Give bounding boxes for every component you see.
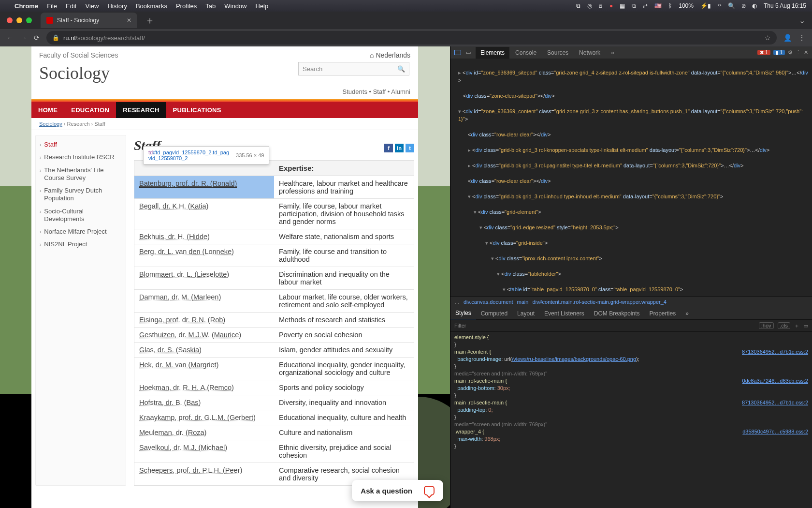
tab-sources[interactable]: Sources	[542, 47, 573, 59]
filter-input[interactable]: Filter	[454, 323, 466, 329]
tab-overflow-icon[interactable]: ⌄	[799, 16, 812, 25]
crumb-seg[interactable]: div.canvas.document	[464, 299, 513, 305]
close-tab-icon[interactable]: ✕	[127, 17, 131, 24]
sidebar-item[interactable]: ›Family Survey Dutch Population	[36, 184, 126, 205]
sidebar-item[interactable]: ›Research Institute RSCR	[36, 151, 126, 164]
app-name[interactable]: Chrome	[14, 2, 38, 10]
back-button[interactable]: ←	[7, 34, 14, 42]
siri-icon[interactable]: ◐	[752, 2, 757, 9]
link-staff[interactable]: Staff	[373, 88, 386, 95]
stab-dombp[interactable]: DOM Breakpoints	[589, 308, 645, 319]
stab-props[interactable]: Properties	[645, 308, 681, 319]
zoom-window-button[interactable]	[26, 17, 32, 23]
minimize-window-button[interactable]	[16, 17, 22, 23]
sidebar-item[interactable]: ›Norface Mifare Project	[36, 225, 126, 238]
staff-name-cell[interactable]: Berg, dr. L. van den (Lonneke)	[134, 244, 275, 267]
issue-badge[interactable]: ▮ 1	[773, 50, 785, 55]
close-devtools-icon[interactable]: ✕	[804, 49, 808, 56]
staff-name-cell[interactable]: Scheepers, prof. dr. P.L.H. (Peer)	[134, 463, 275, 486]
grid-icon[interactable]: ▦	[620, 2, 625, 9]
crumb-seg[interactable]: main	[517, 299, 529, 305]
flag-icon[interactable]: 🇺🇸	[654, 2, 662, 9]
close-window-button[interactable]	[7, 17, 13, 23]
nav-publications[interactable]: PUBLICATIONS	[166, 102, 228, 118]
site-search[interactable]: Search 🔍	[298, 62, 409, 75]
link-alumni[interactable]: Alumni	[391, 88, 410, 95]
staff-name-cell[interactable]: Kraaykamp, prof. dr. G.L.M. (Gerbert)	[134, 410, 275, 425]
menu-tab[interactable]: Tab	[205, 2, 216, 10]
control-center-icon[interactable]: ⎚	[742, 2, 745, 9]
crumb-research[interactable]: Research	[67, 121, 89, 127]
sync-icon[interactable]: ⇄	[643, 2, 648, 9]
star-icon[interactable]: ☆	[765, 34, 771, 42]
window-icon[interactable]: ⧉	[632, 2, 636, 9]
lock-icon[interactable]: 🔒	[52, 34, 59, 41]
new-tab-button[interactable]: ＋	[141, 14, 159, 27]
settings-icon[interactable]: ⚙	[788, 49, 793, 56]
profile-icon[interactable]: 👤	[783, 34, 792, 42]
staff-name-cell[interactable]: Eisinga, prof. dr. R.N. (Rob)	[134, 313, 275, 328]
dom-breadcrumb[interactable]: … div.canvas.document main div#content.m…	[450, 296, 812, 307]
menu-file[interactable]: File	[47, 2, 57, 10]
kebab-menu-icon[interactable]: ⋮	[798, 34, 805, 42]
sidebar-item[interactable]: ›NIS2NL Project	[36, 238, 126, 251]
dom-tree[interactable]: ▸ <div id="zone_936369_sitepad" class="g…	[450, 59, 812, 296]
staff-name-cell[interactable]: Bekhuis, dr. H. (Hidde)	[134, 229, 275, 244]
error-badge[interactable]: ✖ 1	[757, 50, 770, 55]
staff-name-cell[interactable]: Batenburg, prof. dr. R. (Ronald)	[134, 176, 275, 199]
chat-widget[interactable]: Ask a question	[352, 480, 443, 501]
crumb-sociology[interactable]: Sociology	[39, 121, 62, 127]
staff-name-cell[interactable]: Meuleman, dr. (Roza)	[134, 425, 275, 440]
staff-name-cell[interactable]: Hofstra, dr. B. (Bas)	[134, 395, 275, 410]
spotlight-icon[interactable]: 🔍	[728, 2, 735, 9]
crumb-seg[interactable]: …	[454, 299, 460, 305]
sidebar-item[interactable]: ›Socio-Cultural Developments	[36, 205, 126, 226]
address-bar[interactable]: 🔒 ru.nl/sociology/research/staff/ ☆	[46, 31, 777, 45]
staff-name-cell[interactable]: Hek, dr. M. van (Margriet)	[134, 358, 275, 380]
stab-events[interactable]: Event Listeners	[539, 308, 589, 319]
new-rule-icon[interactable]: ＋	[794, 322, 799, 329]
forward-button[interactable]: →	[20, 34, 27, 42]
staff-name-cell[interactable]: Gesthuizen, dr. M.J.W. (Maurice)	[134, 328, 275, 343]
battery-icon[interactable]: ⚡▮	[700, 2, 711, 9]
stab-computed[interactable]: Computed	[476, 308, 512, 319]
browser-tab[interactable]: Staff - Sociology ✕	[41, 13, 137, 28]
stab-styles[interactable]: Styles	[450, 307, 476, 320]
device-toggle-icon[interactable]: ▭	[466, 49, 471, 56]
inspect-element-icon[interactable]	[454, 50, 461, 55]
devtools-menu-icon[interactable]: ⋮	[796, 49, 801, 56]
facebook-icon[interactable]: f	[384, 144, 393, 152]
tabs-overflow-icon[interactable]: »	[606, 47, 619, 59]
language-switch[interactable]: ⌂ Nederlands	[370, 51, 410, 59]
styles-menu-icon[interactable]: ▭	[803, 323, 808, 329]
staff-name-cell[interactable]: Hoekman, dr. R. H. A.(Remco)	[134, 380, 275, 395]
menu-help[interactable]: Help	[256, 2, 269, 10]
stabs-overflow-icon[interactable]: »	[681, 308, 694, 319]
nav-research[interactable]: RESEARCH	[116, 102, 166, 118]
nav-education[interactable]: EDUCATION	[64, 102, 116, 118]
menu-bookmarks[interactable]: Bookmarks	[136, 2, 167, 10]
staff-name-cell[interactable]: Glas, dr. S. (Saskia)	[134, 343, 275, 358]
styles-pane[interactable]: element.style {}87130364952…d7b1c.css:2m…	[450, 332, 812, 508]
bluetooth-icon[interactable]: ᛒ	[668, 2, 672, 9]
menu-window[interactable]: Window	[224, 2, 246, 10]
screenshare-icon[interactable]: ⧉	[576, 2, 580, 9]
search-icon[interactable]: 🔍	[397, 65, 405, 73]
menu-profiles[interactable]: Profiles	[176, 2, 197, 10]
sidebar-item[interactable]: ›The Netherlands' Life Course Survey	[36, 164, 126, 185]
stab-layout[interactable]: Layout	[512, 308, 539, 319]
staff-name-cell[interactable]: Savelkoul, dr. M.J. (Michael)	[134, 440, 275, 463]
cls-toggle[interactable]: .cls	[778, 322, 791, 329]
staff-name-cell[interactable]: Blommaert, dr. L. (Lieselotte)	[134, 267, 275, 290]
nav-home[interactable]: HOME	[31, 102, 64, 118]
menu-view[interactable]: View	[85, 2, 99, 10]
wifi-icon[interactable]: ⌔	[718, 2, 721, 9]
faculty-label[interactable]: Faculty of Social Sciences	[39, 51, 118, 59]
clock[interactable]: Thu 5 Aug 16:15	[764, 2, 806, 9]
tab-network[interactable]: Network	[574, 47, 605, 59]
reload-button[interactable]: ⟳	[34, 34, 40, 42]
linkedin-icon[interactable]: in	[395, 144, 404, 152]
record-icon[interactable]: ●	[609, 2, 613, 9]
menu-edit[interactable]: Edit	[66, 2, 76, 10]
crumb-seg[interactable]: div#content.main.rol-sectie-main.grid-wr…	[532, 299, 667, 305]
